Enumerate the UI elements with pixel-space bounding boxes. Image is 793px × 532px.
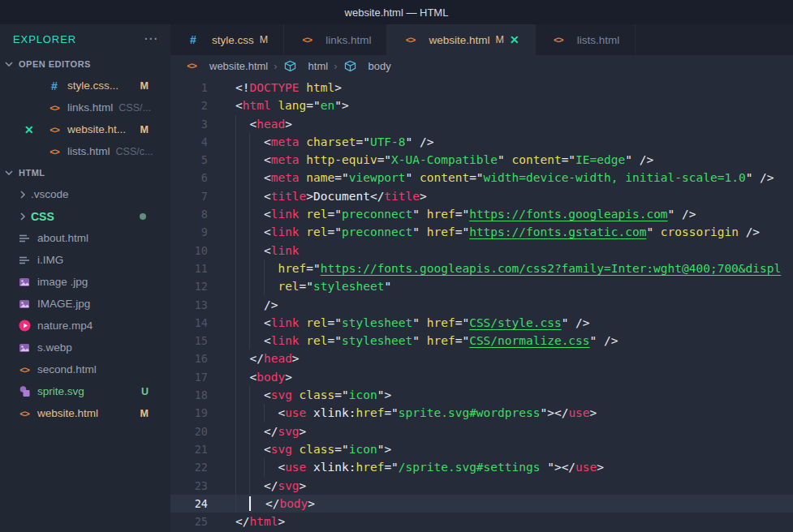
- line-content: <link rel="stylesheet" href="CSS/normali…: [208, 332, 793, 350]
- tab-style.css[interactable]: #style.cssM: [170, 24, 284, 55]
- code-line-13[interactable]: 13 />: [170, 296, 793, 314]
- code-line-9[interactable]: 9 <link rel="preconnect" href="https://f…: [170, 223, 793, 241]
- indent-guide: [235, 350, 249, 367]
- indent-guide: [235, 440, 249, 458]
- code-line-10[interactable]: 10 <link: [170, 242, 793, 260]
- item-path: CSS/...: [119, 102, 151, 114]
- close-icon[interactable]: ✕: [510, 33, 519, 46]
- tree-item-s.webp[interactable]: s.webp: [0, 337, 170, 358]
- code-line-19[interactable]: 19 <use xlink:href="sprite.svg#wordpress…: [170, 404, 793, 422]
- code-line-20[interactable]: 20 </svg>: [170, 423, 793, 440]
- more-actions-icon[interactable]: ⋯: [144, 35, 159, 43]
- code-line-22[interactable]: 22 <use xlink:href="/sprite.svg#settings…: [170, 458, 793, 476]
- code-line-24[interactable]: 24 </body>: [170, 495, 793, 513]
- code-line-14[interactable]: 14 <link rel="stylesheet" href="CSS/styl…: [170, 314, 793, 332]
- token: =": [455, 334, 469, 347]
- code-line-5[interactable]: 5 <meta http-equiv="X-UA-Compatible" con…: [170, 151, 793, 169]
- breadcrumb-item-html[interactable]: html: [283, 60, 329, 72]
- html-file-icon: <>: [47, 125, 62, 135]
- token: ": [412, 334, 420, 347]
- tree-item-image.jpg[interactable]: IMAGE.jpg: [0, 293, 170, 315]
- item-label: .vscode: [31, 188, 69, 200]
- tree-item-nature.mp4[interactable]: nature.mp4: [0, 315, 170, 337]
- indent-guide: [249, 169, 263, 187]
- open-editor-website.ht...[interactable]: ✕<>website.ht...M: [0, 118, 170, 140]
- token: <: [264, 225, 271, 238]
- tree-item-image-.jpg[interactable]: image .jpg: [0, 271, 170, 293]
- line-content: </html>: [208, 513, 793, 530]
- indent-guide: [249, 440, 263, 458]
- token: use: [568, 406, 589, 419]
- code-line-17[interactable]: 17 <body>: [170, 368, 793, 386]
- line-content: <meta charset="UTF-8" />: [208, 133, 793, 151]
- code-line-16[interactable]: 16 </head>: [170, 350, 793, 367]
- breadcrumb-label: website.html: [209, 60, 268, 72]
- code-line-3[interactable]: 3 <head>: [170, 115, 793, 133]
- breadcrumb-item-body[interactable]: body: [343, 60, 391, 72]
- token: <: [278, 406, 285, 419]
- breadcrumb-item-website.html[interactable]: <>website.html: [184, 60, 268, 72]
- tree-item-about.html[interactable]: about.html: [0, 227, 170, 249]
- line-number: 8: [170, 205, 208, 223]
- line-content: <link rel="stylesheet" href="CSS/style.c…: [208, 314, 793, 332]
- section-header-open-editors[interactable]: OPEN EDITORS: [0, 54, 170, 75]
- token: https://fonts.googleapis.com: [469, 208, 667, 221]
- tree-item-website.html[interactable]: <>website.htmlM: [0, 402, 170, 424]
- code-line-8[interactable]: 8 <link rel="preconnect" href="https://f…: [170, 205, 793, 223]
- line-content: <use xlink:href="sprite.svg#wordpress"><…: [208, 404, 793, 422]
- line-content: <svg class="icon">: [208, 386, 793, 404]
- tree-item-second.html[interactable]: <>second.html: [0, 358, 170, 380]
- token: /sprite.svg#settings: [399, 461, 547, 474]
- token: rel: [278, 280, 299, 293]
- code-line-2[interactable]: 2<html lang="en">: [170, 97, 793, 114]
- indent-guide: [249, 260, 263, 277]
- section-header-html[interactable]: HTML: [0, 162, 170, 183]
- code-line-12[interactable]: 12 rel="stylesheet": [170, 277, 793, 295]
- item-label: second.html: [37, 363, 97, 375]
- code-editor[interactable]: 1<!DOCTYPE html>2<html lang="en">3 <head…: [170, 76, 793, 532]
- code-line-21[interactable]: 21 <svg class="icon">: [170, 440, 793, 458]
- code-line-15[interactable]: 15 <link rel="stylesheet" href="CSS/norm…: [170, 332, 793, 350]
- line-content: </body>: [208, 495, 793, 513]
- token: >: [278, 515, 285, 528]
- token: =": [469, 171, 483, 184]
- indent-guide: [235, 314, 249, 332]
- tab-label: lists.html: [577, 34, 620, 46]
- token: width=device-width, initial-scale=1.0: [484, 171, 746, 184]
- code-line-7[interactable]: 7 <title>Document</title>: [170, 187, 793, 205]
- tree-item-.vscode[interactable]: .vscode: [0, 183, 170, 205]
- open-editor-links.html[interactable]: <>links.htmlCSS/...: [0, 97, 170, 118]
- indent-guide: [249, 187, 263, 205]
- line-number: 3: [170, 115, 208, 133]
- close-icon[interactable]: ✕: [24, 123, 34, 136]
- token: link: [271, 225, 300, 238]
- tree-item-i.img[interactable]: i.IMG: [0, 249, 170, 271]
- code-line-4[interactable]: 4 <meta charset="UTF-8" />: [170, 133, 793, 151]
- line-content: <link rel="preconnect" href="https://fon…: [208, 205, 793, 223]
- open-editor-lists.html[interactable]: <>lists.htmlCSS/c...: [0, 140, 170, 162]
- tab-website.html[interactable]: <>website.htmlM✕: [387, 24, 535, 55]
- tab-lists.html[interactable]: <>lists.html: [536, 24, 636, 55]
- code-line-18[interactable]: 18 <svg class="icon">: [170, 386, 793, 404]
- item-label: website.ht...: [67, 123, 126, 135]
- token: content: [505, 153, 562, 166]
- code-line-25[interactable]: 25</html>: [170, 513, 793, 530]
- line-content: <body>: [208, 368, 793, 386]
- token: link: [271, 334, 300, 347]
- tree-item-css[interactable]: CSS: [0, 205, 170, 227]
- token: href: [420, 208, 455, 221]
- code-line-1[interactable]: 1<!DOCTYPE html>: [170, 79, 793, 97]
- svg-file-icon: [17, 385, 32, 397]
- tab-links.html[interactable]: <>links.html: [284, 24, 387, 55]
- line-content: <link: [208, 242, 793, 260]
- code-line-6[interactable]: 6 <meta name="viewport" content="width=d…: [170, 169, 793, 187]
- code-line-23[interactable]: 23 </svg>: [170, 477, 793, 495]
- tree-item-sprite.svg[interactable]: sprite.svgU: [0, 380, 170, 402]
- token: =": [306, 99, 320, 112]
- token: <: [264, 190, 271, 203]
- item-label: links.html: [67, 101, 113, 114]
- open-editor-style.css...[interactable]: #style.css...M: [0, 75, 170, 97]
- html-file-icon: <>: [184, 61, 199, 71]
- code-line-11[interactable]: 11 href="https://fonts.googleapis.com/cs…: [170, 260, 793, 277]
- item-label: style.css...: [67, 79, 119, 92]
